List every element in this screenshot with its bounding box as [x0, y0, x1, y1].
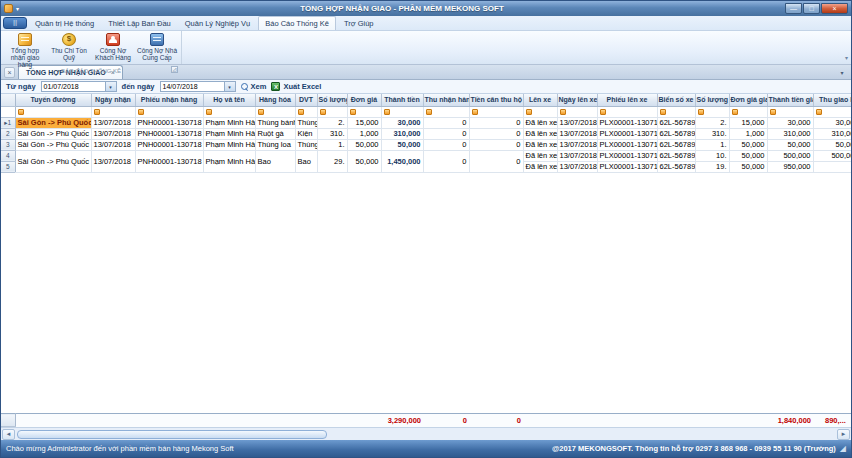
column-header[interactable]: Lên xe [523, 94, 557, 106]
grid-cell[interactable]: 13/07/2018 [557, 150, 597, 161]
grid-cell[interactable]: PLX00001-130718 [597, 128, 657, 139]
to-date-input[interactable]: 14/07/2018 ▾ [160, 81, 236, 92]
grid-cell[interactable]: 13/07/2018 [557, 161, 597, 172]
grid-cell[interactable]: PNH00001-130718 [135, 128, 203, 139]
ribbon-button-thu-chi-ton-quy[interactable]: Thu Chi Tồn Quỹ [47, 32, 91, 68]
grid-cell[interactable]: Sài Gòn -> Phú Quốc [15, 128, 91, 139]
filter-cell[interactable] [381, 106, 423, 117]
filter-cell[interactable] [813, 106, 851, 117]
grid-cell[interactable]: 50,000 [347, 139, 381, 150]
scroll-right-button[interactable]: ► [837, 429, 850, 440]
grid-cell[interactable]: Đã lên xe [523, 128, 557, 139]
column-header[interactable]: Phiếu lên xe [597, 94, 657, 106]
filter-icon[interactable] [698, 109, 704, 115]
menu-tab-tro-giup[interactable]: Trợ Giúp [338, 17, 380, 30]
grid-cell[interactable]: Sài Gòn -> Phú Quốc [15, 117, 91, 128]
filter-cell[interactable] [317, 106, 347, 117]
grid-cell[interactable]: 30,000 [767, 117, 813, 128]
filter-cell[interactable] [423, 106, 469, 117]
column-header[interactable]: Ngày lên xe [557, 94, 597, 106]
maximize-button[interactable]: □ [803, 3, 820, 14]
filter-cell[interactable] [295, 106, 317, 117]
grid-cell[interactable]: 50,000 [729, 150, 767, 161]
filter-icon[interactable] [732, 109, 738, 115]
quick-access-dropdown-icon[interactable]: ▾ [16, 6, 19, 12]
column-header[interactable]: Ngày nhận [91, 94, 135, 106]
grid-cell[interactable]: 310,000 [767, 128, 813, 139]
grid-cell[interactable]: 30,000 [381, 117, 423, 128]
grid-cell[interactable]: 2. [317, 117, 347, 128]
scrollbar-thumb[interactable] [17, 430, 327, 439]
grid-cell[interactable]: 50,000 [729, 161, 767, 172]
row-indicator[interactable]: ▸1 [1, 117, 15, 128]
grid-cell[interactable]: Bao [255, 150, 295, 172]
minimize-button[interactable]: — [785, 3, 802, 14]
filter-cell[interactable] [523, 106, 557, 117]
grid-cell[interactable]: 13/07/2018 [557, 117, 597, 128]
grid-cell[interactable] [813, 161, 851, 172]
grid-cell[interactable]: Sài Gòn -> Phú Quốc [15, 139, 91, 150]
ribbon-button-cong-no-nha-cung-cap[interactable]: Công Nợ Nhà Cung Cấp [135, 32, 179, 68]
grid-cell[interactable]: 310,000 [813, 128, 851, 139]
grid-cell[interactable]: Thùng [295, 117, 317, 128]
grid-cell[interactable]: 310. [317, 128, 347, 139]
row-indicator[interactable]: 2 [1, 128, 15, 139]
ribbon-collapse-icon[interactable]: ▾ [845, 54, 848, 61]
grid-cell[interactable]: Thùng [295, 139, 317, 150]
ribbon-button-tong-hop-nhan-giao[interactable]: Tổng hợp nhận giao hàng [3, 32, 47, 68]
from-date-dropdown-icon[interactable]: ▾ [105, 82, 116, 91]
menu-tab-thiet-lap-ban-dau[interactable]: Thiết Lập Ban Đầu [102, 17, 177, 30]
column-header[interactable]: Thành tiền giao [767, 94, 813, 106]
column-header[interactable]: Hàng hóa [255, 94, 295, 106]
row-indicator[interactable]: 4 [1, 150, 15, 161]
grid-cell[interactable]: Thùng bánh [255, 117, 295, 128]
grid-cell[interactable]: PNH00001-130718 [135, 139, 203, 150]
grid-cell[interactable]: 13/07/2018 [91, 117, 135, 128]
filter-icon[interactable] [426, 109, 432, 115]
grid-cell[interactable]: 15,000 [347, 117, 381, 128]
grid-cell[interactable]: 13/07/2018 [91, 150, 135, 172]
filter-icon[interactable] [472, 109, 478, 115]
grid-cell[interactable]: 13/07/2018 [557, 128, 597, 139]
filter-cell[interactable] [695, 106, 729, 117]
grid-cell[interactable]: 0 [469, 117, 523, 128]
close-button[interactable]: × [821, 3, 848, 14]
export-excel-button[interactable]: X Xuất Excel [271, 82, 321, 91]
grid-cell[interactable]: Sài Gòn -> Phú Quốc [15, 150, 91, 172]
grid-cell[interactable]: 62L-56789 [657, 161, 695, 172]
grid-cell[interactable]: Đã lên xe [523, 161, 557, 172]
grid-cell[interactable]: Đã lên xe [523, 150, 557, 161]
filter-icon[interactable] [94, 109, 100, 115]
filter-icon[interactable] [600, 109, 606, 115]
column-header[interactable]: Đơn giá [347, 94, 381, 106]
grid-cell[interactable]: 1,000 [729, 128, 767, 139]
grid-cell[interactable]: 500,000 [813, 150, 851, 161]
grid-cell[interactable]: 50,000 [381, 139, 423, 150]
application-menu-button[interactable]: ⠿ [3, 17, 27, 29]
column-header[interactable]: Đơn giá giao [729, 94, 767, 106]
filter-icon[interactable] [320, 109, 326, 115]
grid-cell[interactable]: Thùng loa [255, 139, 295, 150]
tab-list-dropdown-icon[interactable]: ▾ [836, 67, 848, 78]
grid-cell[interactable]: PLX00001-130718 [597, 117, 657, 128]
column-header[interactable]: Tuyến đường [15, 94, 91, 106]
filter-icon[interactable] [660, 109, 666, 115]
filter-cell[interactable] [15, 106, 91, 117]
grid-cell[interactable]: 50,000 [813, 139, 851, 150]
grid-cell[interactable]: 1. [695, 139, 729, 150]
grid-cell[interactable]: 1,000 [347, 128, 381, 139]
column-header[interactable]: Họ và tên [203, 94, 255, 106]
filter-icon[interactable] [258, 109, 264, 115]
filter-icon[interactable] [350, 109, 356, 115]
filter-cell[interactable] [91, 106, 135, 117]
grid-cell[interactable]: 50,000 [729, 139, 767, 150]
grid-cell[interactable]: 62L-56789 [657, 150, 695, 161]
grid-cell[interactable]: 0 [469, 128, 523, 139]
grid-cell[interactable]: 1. [317, 139, 347, 150]
column-header[interactable]: Tiền cân thu hộ [469, 94, 523, 106]
row-indicator[interactable]: 3 [1, 139, 15, 150]
grid-cell[interactable]: Đã lên xe [523, 117, 557, 128]
grid-cell[interactable]: 1,450,000 [381, 150, 423, 172]
filter-icon[interactable] [138, 109, 144, 115]
filter-icon[interactable] [206, 109, 212, 115]
